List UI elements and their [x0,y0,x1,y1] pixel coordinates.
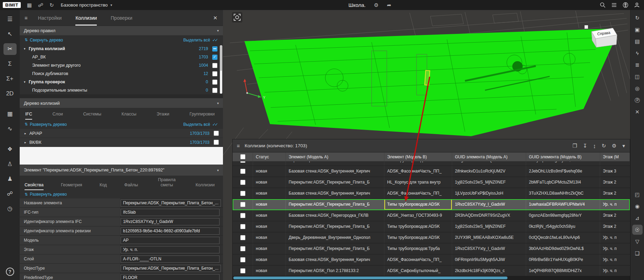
share-network-icon[interactable]: ☍ [38,0,43,10]
collision-row[interactable]: новаяДверь_Деревянная_Внутренняя_Однопол… [233,232,630,243]
user-icon[interactable]: ♙ [3,158,17,170]
plugins-icon[interactable]: ❖ [3,143,17,155]
focus-target-icon[interactable]: ◎ [632,83,643,93]
element-tab-2[interactable]: Код [100,183,107,190]
refresh-icon[interactable]: ↻ [601,143,606,149]
property-value-box[interactable]: FLOOR [121,274,220,280]
column-header-1[interactable]: Элемент (Модель A) [286,152,384,161]
collision-row[interactable]: новаяБазовая стена:ADSK_Внутренняя_Кирпи… [233,188,630,199]
row-checkbox[interactable] [240,224,245,229]
collisions-menu-icon[interactable]: ≡ [237,143,240,149]
collision-row[interactable]: новаяОценка:Оценка2948968Типы трубопрово… [233,161,630,166]
summary-add-icon[interactable]: Σ+ [3,73,17,85]
chevron-down-icon[interactable]: ▾ [217,29,219,32]
chevron-down-icon[interactable]: ▾ [217,101,219,105]
section-box-icon[interactable]: ◫ [632,72,643,82]
measure-icon[interactable]: ⊿ [632,213,643,223]
notes-icon[interactable]: ▤ [632,36,643,46]
row-checkbox[interactable] [240,268,245,273]
collision-row[interactable]: новаяБазовая стена:ADSK_Внутренняя_Кирпи… [233,166,630,177]
collision-row[interactable]: новаяПерекрытие:ADSK_Перекрытие_Плита_БТ… [233,221,630,232]
rules-tree-scrollbar[interactable] [220,45,222,94]
element-tab-3[interactable]: Файлы [124,183,138,190]
rules-tree-header[interactable]: Дерево правил ▾ [20,26,223,35]
filter-icon[interactable]: ▽ [632,236,643,246]
collision-tree-tab-3[interactable]: Классы [121,112,136,120]
collision-tree-tab-1[interactable]: Слои [53,112,63,120]
selected-element-marker[interactable] [425,71,430,85]
caret-right-icon[interactable]: ▸ [25,141,29,144]
element-tab-5[interactable]: Коллизии [196,183,215,190]
row-checkbox[interactable] [240,257,245,262]
layers-icon[interactable]: ≣ [632,60,643,70]
collision-tree-tab-2[interactable]: Системы [83,112,101,120]
schedule-icon[interactable]: ▦ [27,0,32,10]
caret-down-icon[interactable]: ▾ [24,80,29,84]
select-all-collisions-link[interactable]: Выделить всё ✓✓ [183,122,218,127]
collapse-tree-link[interactable]: ⇅ Свернуть дерево [25,38,63,43]
model-box-icon[interactable]: ❑ [632,248,643,258]
collapse-panel-icon[interactable]: ▾ [622,143,625,149]
user-roles-icon[interactable]: ♟ [3,173,17,185]
tree-row[interactable]: АР_ВК1703 [20,53,222,61]
hide-element-icon[interactable]: ◉ [632,201,643,211]
property-value-box[interactable]: IfcSlab [121,209,220,216]
row-checkbox[interactable] [240,191,245,196]
settings-gear-icon[interactable]: ⚙ [374,0,379,10]
left-panel-tab-0[interactable]: Настройки [38,10,62,26]
left-panel-tab-1[interactable]: Коллизии [75,10,97,26]
help-button[interactable]: ? [6,268,14,276]
clash-mode-icon[interactable]: ✕ [632,107,643,117]
chevron-down-icon[interactable]: ▾ [217,168,219,172]
horizontal-scrollbar[interactable] [233,276,630,280]
collision-tree-tab-5[interactable]: Группировки [189,112,215,120]
property-value-box[interactable]: 1RvzC8SX7Yxty_l_GadxW [121,218,220,225]
caret-down-icon[interactable]: ▾ [24,47,29,50]
accessibility-icon[interactable] [623,2,628,8]
collision-row[interactable]: новаяБазовая стена:ADSK_Внутренняя_Кирпи… [233,254,630,265]
element-section-header[interactable]: Элемент "Перекрытие:ADSK_Перекрытие_Плит… [20,165,223,176]
collision-row[interactable]: новаяПерекрытие:ADSK_Перекрытие_Плита_БH… [233,177,630,188]
workspace-selector[interactable]: Базовое пространство ▾ [61,2,115,8]
share-icon[interactable]: ➦ [387,0,391,10]
column-header-5[interactable]: Этаж (М [600,152,630,161]
element-tab-0[interactable]: Свойства [25,183,44,190]
tree-row[interactable]: ▸ВК/ВК1703/1703 [20,138,223,147]
tree-row[interactable]: Элемент внтури другого1004 [20,61,222,69]
scrollbar-thumb[interactable] [233,277,507,279]
close-icon[interactable]: ✕ [213,15,217,21]
row-checkbox[interactable] [240,202,245,207]
select-all-rules-link[interactable]: Выделить всё ✓✓ [183,38,218,43]
collision-tree-tab-4[interactable]: Этажи [157,112,169,120]
visibility-icon[interactable]: ☉ [632,225,643,235]
column-header-3[interactable]: GUID элемента (Модель A) [452,152,526,161]
property-value-box[interactable]: Ур. ч. п. [121,246,220,253]
collision-row[interactable]: новаяБазовая стена:ADSK_Перегородка_ГКЛВ… [233,210,630,221]
expand-properties-link[interactable]: ⇅ Развернуть дерево [25,192,67,197]
property-value-box[interactable]: A-FLOR-____-OTLN [121,255,220,263]
focus-selection-button[interactable] [232,12,242,22]
tree-row-checkbox[interactable] [212,88,217,93]
tree-row-checkbox[interactable] [212,71,217,76]
view-2d-icon[interactable]: 2D [3,88,17,100]
list-icon[interactable] [611,2,617,8]
collision-check-icon[interactable]: ✂ [3,43,17,55]
sync-icon[interactable]: ↻ [49,0,54,10]
fit-rows-icon[interactable]: ↨ [593,143,596,149]
element-tab-4[interactable]: Правила сметы [155,177,178,190]
charts-icon[interactable]: ∿ [3,123,17,135]
dashboard-icon[interactable]: ◷ [3,203,17,215]
expand-tree-link[interactable]: ⇅ Развернуть дерево [25,122,67,127]
tree-row[interactable]: ▾Группа коллизий2719 [20,45,222,53]
copy-table-icon[interactable]: ❐ [572,143,577,149]
orbit-icon[interactable]: ↻ [632,13,643,23]
column-header-4[interactable]: GUID элемента (Модель B) [526,152,600,161]
search-icon[interactable] [600,2,606,8]
tree-row-checkbox[interactable] [212,63,217,68]
select-element-icon[interactable]: ↖ [3,28,17,40]
column-header-2[interactable]: Элемент (Модель B) [384,152,452,161]
tree-row[interactable]: Подозрительные элементы0 [20,86,222,94]
user-icon[interactable] [634,2,640,8]
row-checkbox[interactable] [240,161,245,163]
collision-tree-tab-0[interactable]: IFC [25,112,32,120]
